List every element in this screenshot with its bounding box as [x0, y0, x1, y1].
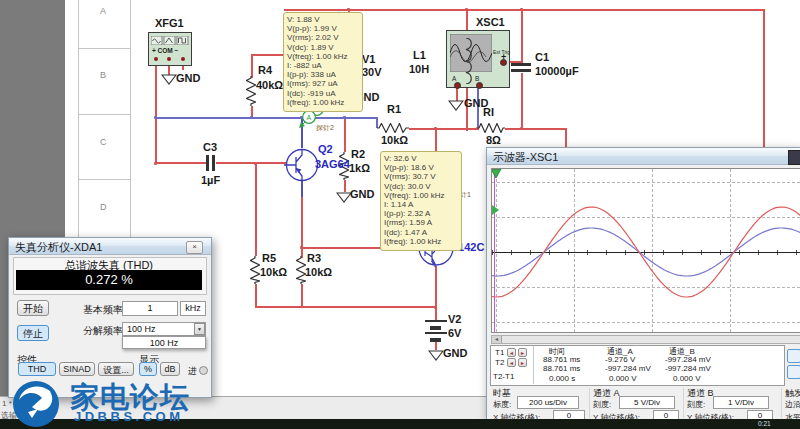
t2-right-icon[interactable]: ► [518, 358, 527, 367]
probe-reading-line: V(rms): 2.02 V [287, 33, 359, 42]
inductor-l1-symbol[interactable] [460, 38, 473, 84]
save-button[interactable] [787, 365, 800, 379]
divider [589, 388, 590, 418]
capacitor-c3-symbol[interactable] [206, 155, 209, 171]
capacitor-c1-symbol[interactable] [511, 63, 531, 66]
close-icon[interactable] [788, 150, 800, 165]
start-button[interactable]: 开始 [17, 300, 49, 316]
probe-reading-line: V(freq): 1.00 kHz [384, 191, 458, 200]
channel-a-scale-field[interactable]: 5 V/Div [619, 396, 675, 409]
sinad-mode-button[interactable]: SINAD [59, 362, 95, 376]
capacitor-c3-symbol[interactable] [212, 155, 215, 171]
windows-taskbar[interactable]: 0:21 [0, 419, 800, 429]
timebase-scale-label: 标度: [493, 399, 511, 410]
scope-b-terminal[interactable] [476, 82, 483, 89]
zone-letter: A [100, 6, 106, 16]
wire-segment [255, 164, 257, 256]
t1-b: -997.284 mV [665, 355, 711, 364]
reverse-button[interactable] [787, 349, 800, 363]
wire-junction [254, 162, 257, 165]
xfg-com-terminal[interactable] [167, 57, 171, 61]
t1-row-label: T1 [495, 348, 504, 357]
chevron-down-icon[interactable]: ▼ [194, 323, 205, 335]
gnd-label: GND [176, 72, 200, 84]
cursor-line[interactable] [494, 169, 495, 333]
t2-left-icon[interactable]: ◄ [507, 358, 516, 367]
distortion-analyzer-window[interactable]: 失真分析仪-XDA1 × 总谐波失真 (THD) 0.272 % 开始 停止 基… [8, 237, 212, 398]
probe2-readout-box[interactable]: V: 1.88 VV(p-p): 1.99 VV(rms): 2.02 VV(d… [283, 12, 363, 112]
resistor-rl-symbol[interactable] [477, 123, 505, 133]
cursor-handle-icon[interactable] [491, 169, 503, 179]
scope-a-label: A [452, 75, 456, 82]
r5-value: 10kΩ [260, 266, 287, 278]
resistor-r1-symbol[interactable] [377, 123, 409, 133]
probe-reading-line: V(dc): 30.0 V [384, 182, 458, 191]
close-icon[interactable]: × [186, 241, 203, 254]
rl-ref: RI [483, 106, 494, 118]
timebase-scale-field[interactable]: 200 us/Div [517, 396, 579, 409]
r2-value: 1kΩ [349, 162, 370, 174]
battery-v2-symbol[interactable] [430, 326, 441, 330]
r3-ref: R3 [307, 252, 321, 264]
divider [533, 346, 534, 384]
function-generator-instrument[interactable]: + COM − [148, 32, 192, 66]
wire-junction [300, 246, 303, 249]
scroll-left-icon[interactable]: ◄ [492, 336, 502, 343]
wire-segment [505, 128, 567, 130]
db-button[interactable]: dB [160, 362, 180, 376]
wire-segment [301, 284, 303, 308]
q2-value: 3AG64 [315, 158, 350, 170]
xfg-minus-terminal[interactable] [181, 57, 185, 61]
ground-symbol[interactable] [428, 350, 444, 361]
resolution-dropdown-item[interactable]: 100 Hz [122, 336, 206, 349]
xda1-titlebar[interactable]: 失真分析仪-XDA1 [9, 238, 211, 255]
waveform-channel_A [492, 207, 800, 297]
t2t1-b: 0.000 V [673, 374, 701, 383]
wire-junction [465, 8, 468, 11]
gnd-label: GND [443, 347, 467, 359]
t1-left-icon[interactable]: ◄ [507, 348, 516, 357]
wire-segment [344, 180, 346, 192]
battery-v2-symbol[interactable] [425, 332, 447, 334]
r2-ref: R2 [351, 148, 365, 160]
xsc1-titlebar[interactable]: 示波器-XSC1 [487, 148, 800, 165]
probe-reading-line: I(freq): 1.00 kHz [384, 237, 458, 246]
oscilloscope-window[interactable]: 示波器-XSC1 ◄ [486, 147, 800, 420]
thd-mode-button[interactable]: THD [18, 362, 56, 376]
battery-v2-symbol[interactable] [430, 338, 441, 342]
resistor-r5-symbol[interactable] [250, 256, 260, 284]
wire-junction [154, 116, 157, 119]
thd-value-display: 0.272 % [16, 270, 202, 290]
c1-ref: C1 [535, 51, 549, 63]
v2-value: 6V [448, 327, 461, 339]
zone-divider [78, 48, 130, 49]
t1-right-icon[interactable]: ► [518, 348, 527, 357]
stop-button[interactable]: 停止 [17, 325, 49, 341]
probe1-readout-box[interactable]: V: 32.6 VV(p-p): 18.6 VV(rms): 30.7 VV(d… [380, 151, 462, 251]
xfg-plus-terminal[interactable] [154, 57, 158, 61]
multisim-screen: A B C D + COM − XFG1 [0, 0, 800, 429]
r5-ref: R5 [262, 252, 276, 264]
battery-v2-symbol[interactable] [425, 320, 447, 322]
trigger-level-icon[interactable] [492, 205, 500, 215]
fundamental-freq-input[interactable]: 1 [122, 301, 178, 316]
xfg1-ref-label: XFG1 [155, 17, 184, 29]
svg-text:A: A [307, 114, 312, 121]
v1-value: 30V [362, 66, 382, 78]
capacitor-c1-symbol[interactable] [511, 69, 531, 72]
channel-b-scale-field[interactable]: 1 V/Div [713, 396, 769, 409]
t2t1-time: 0.000 s [549, 374, 575, 383]
taskbar-clock: 0:21 [758, 420, 771, 427]
waveform-buttons-icon[interactable] [151, 36, 189, 45]
probe-reading-line: I(rms): 927 uA [287, 79, 359, 88]
scope-scrollbar[interactable]: ◄ [491, 335, 800, 344]
ground-symbol[interactable] [161, 74, 177, 85]
scope-graph[interactable] [491, 168, 800, 333]
resistor-r4-symbol[interactable] [246, 76, 256, 106]
settings-button[interactable]: 设置... [98, 362, 134, 376]
r1-ref: R1 [387, 103, 401, 115]
ground-symbol[interactable] [448, 100, 464, 111]
t2-time: 88.761 ms [543, 364, 580, 373]
percent-button[interactable]: % [139, 362, 157, 376]
wire-segment [182, 66, 184, 70]
